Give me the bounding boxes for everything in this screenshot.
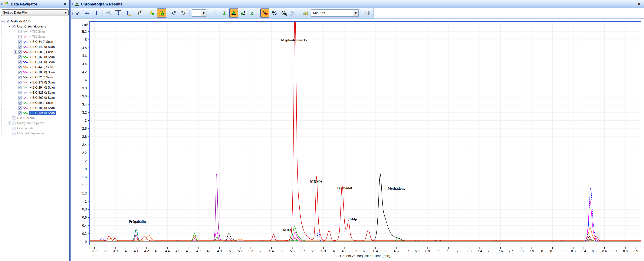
tree-item-eic-124-0-scan[interactable]: ✔+ EIC(124.0) Scan — [0, 110, 70, 116]
tree-checkbox[interactable] — [12, 127, 16, 130]
tree-item-label[interactable]: + EIC(103.0) Scan — [29, 70, 56, 74]
tree-item-tic-scan[interactable]: + TIC Scan — [0, 29, 70, 34]
tree-item-eic-135-0-scan[interactable]: ✔+ EIC(135.0) Scan — [0, 60, 70, 65]
tree-item-eic-103-0-scan[interactable]: ✔+ EIC(103.0) Scan — [0, 70, 70, 75]
tree-item-user-chromatograms[interactable]: −✔User Chromatograms — [0, 24, 70, 29]
tree-item-label[interactable]: + EIC(262.0) Scan — [29, 96, 56, 100]
set-x-range-button[interactable] — [210, 8, 220, 18]
peak-walk-button[interactable] — [239, 8, 248, 18]
peak-annotate-button[interactable] — [248, 8, 257, 18]
sort-by-dropdown[interactable]: Sort by Data File ▼ — [1, 10, 68, 16]
tree-item-label[interactable]: + EIC(84.0) Scan — [29, 40, 54, 44]
tree-expander-minus[interactable]: − — [8, 25, 11, 28]
tree-item-eic-84-0-scan[interactable]: ✔+ EIC(84.0) Scan — [0, 39, 70, 44]
tree-checkbox[interactable]: ✔ — [18, 81, 22, 84]
print-button[interactable] — [362, 8, 372, 18]
tree-item-label[interactable]: + EIC(165.0) Scan — [29, 55, 56, 59]
tree-item-label[interactable]: Compounds — [16, 126, 34, 130]
tree-checkbox[interactable]: ✔ — [18, 60, 22, 64]
close-icon[interactable]: × — [62, 1, 68, 7]
tree-expander-minus[interactable]: − — [2, 20, 5, 23]
tree-item-eic-188-0-scan[interactable]: ✔+ EIC(188.0) Scan — [0, 105, 70, 110]
normalize-off-button[interactable]: % ✗ — [260, 8, 270, 18]
tree-item-label[interactable]: + EIC(59.0) Scan — [29, 101, 54, 105]
tree-item-eic-277-0-scan[interactable]: ✔+ EIC(277.0) Scan — [0, 80, 70, 85]
tree-item-methods[interactable]: −✔Methods 6.1.D — [0, 19, 70, 24]
manual-zoom-tool-button[interactable] — [135, 8, 144, 18]
tree-item-label[interactable]: + EIC(294.0) Scan — [29, 86, 56, 90]
tree-item-label[interactable]: + EIC(142.0) Scan — [29, 45, 56, 49]
tree-item-background-spectra[interactable]: +Background Spectra — [0, 120, 70, 126]
tree-item-eic-44-0-scan[interactable]: ✔+ EIC(44.0) Scan — [0, 65, 70, 70]
chromatogram-plot[interactable]: x105 + EIC(124.0) Scan Methods 6.1.D 00.… — [71, 18, 644, 260]
tree-checkbox[interactable] — [12, 116, 16, 120]
tree-item-label[interactable]: + EIC(124.0) Scan — [29, 111, 56, 115]
tree-item-label[interactable]: + EIC(135.0) Scan — [29, 60, 56, 64]
tree-item-user-spectra[interactable]: User Spectra — [0, 116, 70, 120]
fit-x-axis-button[interactable]: ↔ — [82, 8, 92, 18]
fill-peaks-button[interactable] — [301, 8, 310, 18]
tree-item-label[interactable]: + EIC(44.0) Scan — [29, 65, 54, 69]
tree-item-label[interactable]: User Chromatograms — [16, 24, 47, 29]
x-axis-units-select[interactable]: Minutes ▼ — [311, 10, 358, 16]
close-icon[interactable]: × — [636, 1, 642, 7]
tree-item-eic-294-0-scan[interactable]: ✔+ EIC(294.0) Scan — [0, 85, 70, 90]
tree-checkbox[interactable]: ✔ — [18, 76, 22, 79]
percent-y-button[interactable]: % — [270, 8, 279, 18]
toolbar-grip[interactable] — [72, 10, 73, 16]
tree-checkbox[interactable] — [18, 35, 22, 38]
zoom-out-button[interactable] — [104, 8, 113, 18]
tree-item-matched-sequences[interactable]: Matched Sequences — [0, 131, 70, 136]
tree-checkbox[interactable]: ✔ — [18, 45, 22, 48]
tree-item-tic-scan[interactable]: + TIC Scan — [0, 34, 70, 39]
fit-y-axis-button[interactable]: ↕ — [92, 8, 101, 18]
tree-checkbox[interactable] — [12, 122, 16, 125]
tree-checkbox[interactable]: ✔ — [18, 111, 22, 115]
redo-button[interactable]: ↻ — [179, 8, 188, 18]
tree-item-label[interactable]: + TIC Scan — [29, 35, 46, 39]
tree-expander-plus[interactable]: + — [8, 122, 11, 125]
titlebar-grip[interactable] — [1, 2, 2, 6]
tree-checkbox[interactable]: ✔ — [12, 25, 16, 28]
tree-item-label[interactable]: Matched Sequences — [16, 131, 46, 136]
tree-checkbox[interactable]: ✔ — [18, 56, 22, 59]
chevron-down-icon[interactable]: ▼ — [201, 10, 206, 16]
tree-item-compounds[interactable]: Compounds — [0, 126, 70, 131]
autoscale-y-button[interactable]: ↕ — [114, 8, 123, 18]
percent-each-button[interactable]: % % — [279, 8, 288, 18]
tree-checkbox[interactable]: ✔ — [18, 96, 22, 100]
tree-item-eic-262-0-scan[interactable]: ✔+ EIC(262.0) Scan — [0, 95, 70, 100]
tree-item-eic-165-0-scan[interactable]: ✔+ EIC(165.0) Scan — [0, 54, 70, 60]
pane-count-select[interactable]: 1 ▼ — [192, 10, 206, 16]
tree-item-label[interactable]: + TIC Scan — [29, 30, 46, 34]
tree-item-eic-58-0-scan[interactable]: +✔+ EIC(58.0) Scan — [0, 49, 70, 54]
tree-item-label[interactable]: + EIC(72.0) Scan — [29, 76, 54, 80]
tree-checkbox[interactable]: ✔ — [18, 101, 22, 104]
tree-checkbox[interactable]: ✔ — [18, 50, 22, 54]
tree-checkbox[interactable] — [12, 132, 16, 135]
tree-checkbox[interactable] — [18, 30, 22, 33]
integration-limits-button[interactable] — [220, 8, 229, 18]
fit-both-axes-button[interactable]: ↔ — [73, 8, 82, 18]
tree-item-eic-223-0-scan[interactable]: ✔+ EIC(223.0) Scan — [0, 90, 70, 95]
chromatogram-svg[interactable]: 00.20.40.60.811.21.41.61.822.22.42.62.83… — [71, 18, 644, 260]
percent-range-button[interactable]: % ↔ — [289, 8, 298, 18]
chevron-down-icon[interactable]: ▼ — [353, 10, 358, 16]
tree-item-label[interactable]: + EIC(277.0) Scan — [29, 80, 56, 84]
tree-item-label[interactable]: Methods 6.1.D — [10, 20, 32, 24]
tree-checkbox[interactable]: ✔ — [18, 86, 22, 89]
tree-item-label[interactable]: + EIC(223.0) Scan — [29, 91, 56, 95]
undo-button[interactable]: ↺ — [169, 8, 178, 18]
tree-item-label[interactable]: User Spectra — [16, 116, 36, 120]
tree-expander-plus[interactable]: + — [14, 50, 17, 54]
tree-item-label[interactable]: Background Spectra — [16, 121, 46, 125]
tree-item-label[interactable]: + EIC(188.0) Scan — [29, 106, 56, 110]
tree-checkbox[interactable]: ✔ — [18, 71, 22, 74]
tree-checkbox[interactable]: ✔ — [18, 66, 22, 69]
tree-checkbox[interactable]: ✔ — [18, 91, 22, 94]
titlebar-grip[interactable] — [72, 2, 73, 6]
tree-item-label[interactable]: + EIC(58.0) Scan — [29, 50, 54, 54]
tree-item-eic-142-0-scan[interactable]: ✔+ EIC(142.0) Scan — [0, 44, 70, 49]
normalize-button[interactable] — [148, 8, 157, 18]
tree-item-eic-72-0-scan[interactable]: ✔+ EIC(72.0) Scan — [0, 75, 70, 80]
